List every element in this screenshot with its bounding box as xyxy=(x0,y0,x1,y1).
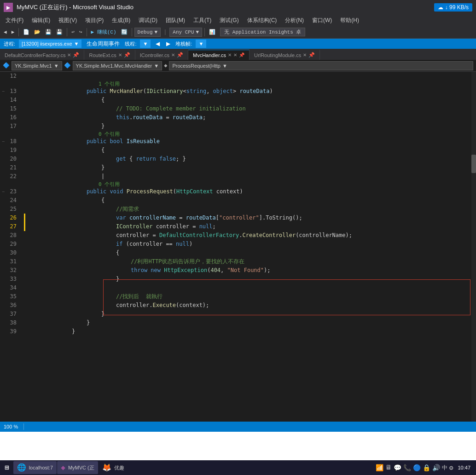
platform-value: Any CPU xyxy=(173,29,194,35)
project-dropdown[interactable]: YK.Simple.Mvc1 ▼ xyxy=(12,61,62,70)
tab-routeext[interactable]: RouteExt.cs ✕ 📌 xyxy=(84,50,135,60)
save-all-button[interactable]: 💾 xyxy=(54,28,64,36)
debug-nav-next[interactable]: ▶ xyxy=(165,41,172,47)
tab-label: RouteExt.cs xyxy=(89,52,116,58)
line-num-39: 39 xyxy=(0,327,20,336)
menu-file[interactable]: 文件(F) xyxy=(2,16,27,25)
menu-architecture[interactable]: 体系结构(C) xyxy=(244,16,281,25)
menu-project[interactable]: 项目(P) xyxy=(81,16,107,25)
taskbar-start-button[interactable]: ⊞ xyxy=(1,461,13,474)
pin-icon-4[interactable]: 📌 xyxy=(239,52,244,58)
zoom-level[interactable]: 100 % xyxy=(4,424,18,429)
settings-icon[interactable]: ⚙ xyxy=(449,464,453,472)
line-num-16: 16 xyxy=(0,113,20,122)
line-num-20: 20 xyxy=(0,155,20,163)
firefox-icon: 🦊 xyxy=(102,463,111,472)
thread-dropdown[interactable]: ▼ xyxy=(140,40,151,48)
tab-icontroller[interactable]: IController.cs ✕ 📌 xyxy=(135,50,188,60)
menu-build[interactable]: 生成(B) xyxy=(108,16,134,25)
bluetooth-icon[interactable]: 🔵 xyxy=(413,464,421,472)
line-num-32: 32 xyxy=(0,266,20,275)
chevron-down-icon-5: ▼ xyxy=(198,41,203,46)
security-icon[interactable]: 🔒 xyxy=(423,464,430,472)
performance-button[interactable]: 📊 xyxy=(207,28,217,36)
chat-icon[interactable]: 💬 xyxy=(394,464,401,472)
fold-icon-23[interactable]: − xyxy=(2,187,5,196)
network-speed-badge: ☁ ↓ 99 KB/s xyxy=(434,3,472,12)
tab-mvchandler[interactable]: MvcHandler.cs ✕ ✕ 📌 xyxy=(188,50,250,60)
menu-window[interactable]: 窗口(W) xyxy=(308,16,336,25)
scrollbar-thumb[interactable] xyxy=(471,155,476,173)
taskbar: ⊞ 🌐 localhost:7 ◆ MyMVC (正 🦊 优趣 📶 🖥 💬 📞 … xyxy=(0,460,476,475)
pin-icon[interactable]: 📌 xyxy=(73,52,79,58)
redo-button[interactable]: ↪ xyxy=(77,28,84,36)
forward-button[interactable]: ▶ xyxy=(10,28,17,36)
tab-close-icon-5[interactable]: ✕ xyxy=(303,52,307,58)
debug-mode-dropdown[interactable]: Debug ▼ xyxy=(134,28,161,37)
code-line-35: //找到后 就執行 xyxy=(24,292,476,301)
open-button[interactable]: 📂 xyxy=(32,28,42,36)
code-editor[interactable]: 1 个引用 public MvcHandler(IDictionary<stri… xyxy=(24,72,476,422)
fold-icon-13[interactable]: − xyxy=(2,87,5,96)
phone-icon[interactable]: 📞 xyxy=(403,464,411,472)
pin-icon-3[interactable]: 📌 xyxy=(177,52,183,58)
menu-test[interactable]: 测试(G) xyxy=(216,16,242,25)
tab-close-icon[interactable]: ✕ xyxy=(67,52,71,58)
menu-analyze[interactable]: 分析(N) xyxy=(281,16,308,25)
menu-debug[interactable]: 调试(D) xyxy=(135,16,161,25)
separator-text: | xyxy=(162,29,168,35)
symbol-dropdown[interactable]: ProcessRequest(Http ▼ xyxy=(169,61,473,70)
menu-team[interactable]: 团队(M) xyxy=(162,16,189,25)
thread-label: 线程: xyxy=(125,41,136,47)
window-title: MyMVC (正在运行) - Microsoft Visual Studio xyxy=(17,3,434,12)
application-insights-button[interactable]: 无 Application Insights 卓 xyxy=(220,28,305,36)
fold-icon-18[interactable]: − xyxy=(2,137,5,146)
pin-icon-5[interactable]: 📌 xyxy=(308,52,315,58)
code-line-33: } xyxy=(24,275,476,284)
tab-close-active-btn[interactable]: ✕ xyxy=(233,52,237,58)
network-icon[interactable]: 🖥 xyxy=(385,464,392,471)
stack-dropdown[interactable]: ▼ xyxy=(196,40,206,48)
process-dropdown[interactable]: [13200] iisexpress.exe ▼ xyxy=(19,40,81,48)
lifecycle-events-button[interactable]: 生命周期事件 xyxy=(85,40,121,48)
line-num-21: 21 xyxy=(0,163,20,172)
tab-close-icon-2[interactable]: ✕ xyxy=(118,52,122,58)
symbol-value: ProcessRequest(Http xyxy=(172,63,221,69)
project-value: YK.Simple.Mvc1 xyxy=(15,63,52,69)
menu-help[interactable]: 帮助(H) xyxy=(337,16,363,25)
volume-icon[interactable]: 🔊 xyxy=(432,464,440,472)
line-num-37: 37 xyxy=(0,310,20,319)
ime-icon[interactable]: 中 xyxy=(442,464,447,472)
process-value: [13200] iisexpress.exe xyxy=(22,41,72,46)
file-icon-2: 🔷 xyxy=(64,62,71,69)
taskbar-firefox[interactable]: 🦊 优趣 xyxy=(99,461,128,474)
clock[interactable]: 10:47 xyxy=(455,465,473,470)
taskbar-vs[interactable]: ◆ MyMVC (正 xyxy=(57,461,98,474)
continue-button[interactable]: ▶ 继续(C) xyxy=(89,28,118,36)
undo-button[interactable]: ↩ xyxy=(70,28,76,36)
platform-dropdown[interactable]: Any CPU ▼ xyxy=(169,28,202,37)
title-bar: ▶ MyMVC (正在运行) - Microsoft Visual Studio… xyxy=(0,0,476,15)
back-button[interactable]: ◀ xyxy=(2,28,9,36)
tab-bar: DefaultControllerFactory.cs ✕ 📌 RouteExt… xyxy=(0,49,476,60)
tab-close-icon-4[interactable]: ✕ xyxy=(228,52,232,58)
vs-label: MyMVC (正 xyxy=(68,464,94,471)
tab-close-icon-3[interactable]: ✕ xyxy=(171,52,175,58)
debug-nav-prev[interactable]: ◀ xyxy=(154,41,161,47)
chevron-down-icon-2: ▼ xyxy=(196,29,199,35)
vertical-scrollbar[interactable] xyxy=(471,72,476,422)
menu-tools[interactable]: 工具(T) xyxy=(190,16,215,25)
line-num-14: 14 xyxy=(0,96,20,104)
menu-view[interactable]: 视图(V) xyxy=(55,16,81,25)
taskbar-browser[interactable]: 🌐 localhost:7 xyxy=(13,461,57,474)
classpath-dropdown[interactable]: YK.Simple.Mvc1.Mvc.MvcHandler ▼ xyxy=(73,61,163,70)
restart-button[interactable]: 🔄 xyxy=(119,28,129,36)
menu-edit[interactable]: 编辑(E) xyxy=(28,16,54,25)
tab-urlroutingmodule[interactable]: UrlRoutingModule.cs ✕ 📌 xyxy=(250,50,320,60)
tab-defaultcontrollerfactory[interactable]: DefaultControllerFactory.cs ✕ 📌 xyxy=(0,50,84,60)
new-project-button[interactable]: 📄 xyxy=(21,28,31,36)
pin-icon-2[interactable]: 📌 xyxy=(124,52,130,58)
code-line-23: public void ProcessRequest(HttpContext c… xyxy=(24,187,476,196)
save-button[interactable]: 💾 xyxy=(43,28,53,36)
wifi-icon[interactable]: 📶 xyxy=(376,464,383,472)
